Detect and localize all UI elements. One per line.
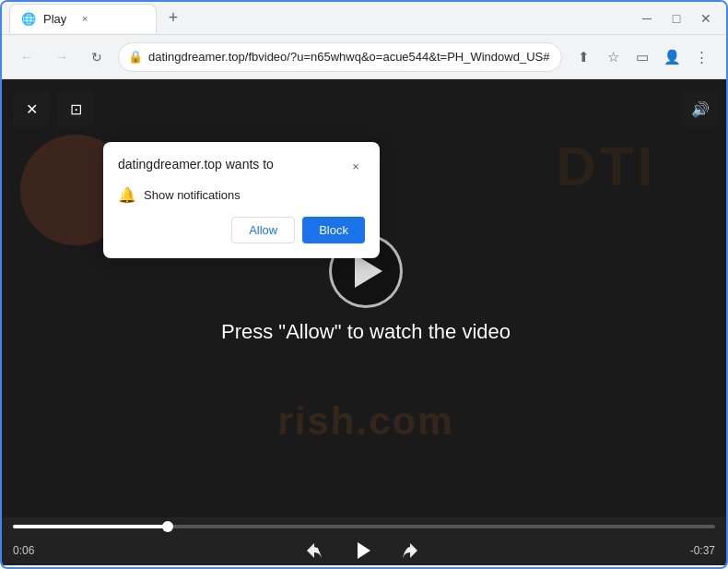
tab-close-button[interactable]: × — [77, 11, 92, 26]
active-tab[interactable]: 🌐 Play × — [9, 4, 157, 33]
controls-row: 0:06 15 15 -0:37 — [13, 536, 715, 565]
tab-title: Play — [43, 12, 66, 26]
time-elapsed: 0:06 — [13, 544, 34, 557]
forward-button[interactable]: → — [48, 43, 76, 71]
progress-bar[interactable] — [13, 525, 715, 528]
menu-icon[interactable]: ⋮ — [687, 43, 715, 71]
url-bar[interactable]: 🔒 datingdreamer.top/fbvideo/?u=n65whwq&o… — [118, 42, 562, 72]
popup-buttons: Allow Block — [118, 217, 365, 243]
progress-thumb — [162, 521, 173, 532]
video-container: DTI ✕ ⊡ 🔊 Press "Allow" to watch the vid… — [2, 79, 728, 517]
video-overlay-text: Press "Allow" to watch the video — [2, 320, 728, 344]
volume-button[interactable]: 🔊 — [682, 90, 719, 127]
back-button[interactable]: ← — [13, 43, 41, 71]
close-window-button[interactable]: ✕ — [693, 6, 719, 31]
center-controls: 15 15 — [299, 536, 425, 565]
address-bar: ← → ↻ 🔒 datingdreamer.top/fbvideo/?u=n65… — [2, 35, 726, 79]
bell-icon: 🔔 — [118, 186, 136, 204]
time-remaining: -0:37 — [690, 544, 715, 557]
maximize-button[interactable]: □ — [663, 6, 689, 31]
toolbar-icons: ⬆ ☆ ▭ 👤 ⋮ — [569, 43, 715, 71]
profile-icon[interactable]: 👤 — [658, 43, 686, 71]
tab-favicon: 🌐 — [21, 12, 36, 26]
play-pause-button[interactable] — [347, 536, 377, 565]
svg-text:15: 15 — [407, 547, 415, 553]
share-icon[interactable]: ⬆ — [569, 43, 597, 71]
window-controls: ─ □ ✕ — [634, 6, 719, 31]
video-top-right-controls: 🔊 — [682, 90, 719, 127]
minimize-button[interactable]: ─ — [634, 6, 660, 31]
popup-title: datingdreamer.top wants to — [118, 157, 274, 172]
lock-icon: 🔒 — [128, 50, 143, 64]
video-frame-button[interactable]: ⊡ — [57, 90, 94, 127]
bookmark-icon[interactable]: ☆ — [599, 43, 627, 71]
popup-close-button[interactable]: × — [346, 157, 365, 175]
video-controls: 0:06 15 15 -0:37 — [2, 517, 726, 565]
video-top-left-controls: ✕ ⊡ — [13, 90, 94, 127]
popup-header: datingdreamer.top wants to × — [118, 157, 365, 175]
refresh-button[interactable]: ↻ — [83, 43, 111, 71]
title-bar: 🌐 Play × + ─ □ ✕ — [2, 2, 726, 35]
permission-text: Show notifications — [144, 188, 241, 202]
watermark-bottom: rish.com — [2, 400, 728, 444]
progress-fill — [13, 525, 168, 528]
sidebar-icon[interactable]: ▭ — [628, 43, 656, 71]
svg-text:15: 15 — [311, 547, 319, 553]
svg-marker-1 — [358, 542, 370, 559]
watermark-top-right: DTI — [556, 135, 656, 198]
rewind-button[interactable]: 15 — [299, 536, 329, 565]
url-text: datingdreamer.top/fbvideo/?u=n65whwq&o=a… — [148, 50, 552, 64]
play-triangle-icon — [355, 255, 382, 288]
notification-popup: datingdreamer.top wants to × 🔔 Show noti… — [103, 142, 380, 258]
tab-bar: 🌐 Play × + — [9, 2, 627, 34]
allow-button[interactable]: Allow — [231, 217, 295, 243]
forward-button[interactable]: 15 — [395, 536, 425, 565]
video-close-button[interactable]: ✕ — [13, 90, 50, 127]
new-tab-button[interactable]: + — [160, 6, 186, 31]
block-button[interactable]: Block — [302, 217, 365, 243]
popup-permission-row: 🔔 Show notifications — [118, 186, 365, 204]
